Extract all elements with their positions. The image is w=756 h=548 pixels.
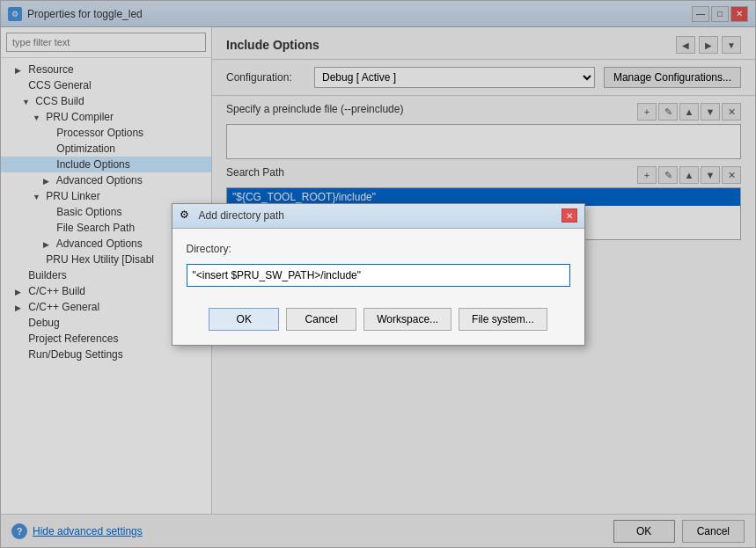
main-window: ⚙ Properties for toggle_led — □ ✕ ▶ Reso…	[0, 0, 756, 548]
dialog-close-button[interactable]: ✕	[561, 208, 577, 223]
dialog-workspace-button[interactable]: Workspace...	[363, 308, 451, 331]
dialog-cancel-button[interactable]: Cancel	[286, 308, 356, 331]
dialog-buttons: OK Cancel Workspace... File system...	[172, 301, 584, 345]
directory-input[interactable]	[187, 264, 570, 287]
dialog-title-bar: ⚙ Add directory path ✕	[172, 204, 584, 229]
add-directory-dialog: ⚙ Add directory path ✕ Directory: OK Can…	[172, 203, 585, 346]
dialog-content: Directory:	[172, 229, 584, 301]
dialog-overlay: ⚙ Add directory path ✕ Directory: OK Can…	[1, 1, 755, 547]
dialog-title-left: ⚙ Add directory path	[180, 208, 284, 223]
dialog-title-text: Add directory path	[199, 209, 284, 222]
directory-label: Directory:	[187, 243, 570, 255]
dialog-filesystem-button[interactable]: File system...	[459, 308, 547, 331]
dialog-ok-button[interactable]: OK	[209, 308, 279, 331]
dialog-icon: ⚙	[180, 208, 194, 223]
